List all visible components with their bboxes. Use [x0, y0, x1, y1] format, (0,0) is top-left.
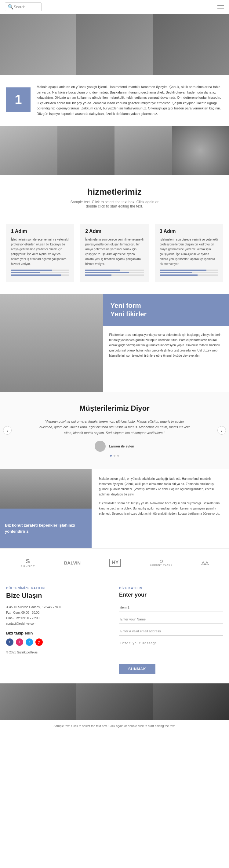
services-title: hizmetlerimiz [6, 187, 223, 197]
step-1-desc: İşletmelerin son derece verimli ve yeten… [11, 237, 69, 267]
step-3-label: 3 Adım [160, 228, 218, 234]
gallery-cell-3 [115, 126, 172, 175]
testimonial-quote: "Aenean pulvinar dui ornare, feugiat lor… [38, 419, 191, 436]
article-section: 1 Makale apaçık anlatan en yüksek yapışt… [0, 75, 229, 126]
footer-heading: Bize Ulaşın [6, 592, 110, 600]
message-input[interactable] [119, 639, 223, 657]
innovation-image [0, 294, 103, 392]
brand-balvin: BALVIN [64, 560, 80, 565]
innovation-section: Yeni form Yeni fikirler Platformlar aras… [0, 294, 229, 392]
bottom-gallery-3 [153, 683, 229, 720]
services-section: hizmetlerimiz Sample text. Click to sele… [0, 175, 229, 224]
author-avatar [95, 441, 106, 452]
footer: BÜLTENİMİZE KATILIN Bize Ulaşın 3045 10 … [0, 577, 229, 683]
next-testimonial-button[interactable]: › [218, 426, 226, 435]
follow-label: Bizi takip edin [6, 631, 110, 636]
gallery-cell-2 [57, 126, 115, 175]
brand-5: △△ [201, 560, 208, 566]
search-icon: 🔍 [8, 4, 14, 10]
brands-section: S SUNSET BALVIN HY ⬡ GODENT PLACE △△ [0, 548, 229, 577]
dot-2[interactable] [113, 455, 116, 457]
submit-button[interactable]: SUNMAK [119, 664, 155, 674]
hamburger-menu[interactable] [218, 5, 224, 9]
steps-section: 1 Adım İşletmelerin son derece verimli v… [0, 224, 229, 294]
footer-right-top-label: BİZE KATILIN [119, 587, 223, 590]
header: 🔍 [0, 0, 229, 14]
step-3-desc: İşletmelerin son derece verimli ve yeten… [160, 237, 218, 267]
footer-right-heading: Enter your [119, 592, 223, 598]
name-input[interactable] [119, 615, 223, 624]
services-subtitle: Sample text. Click to select the text bo… [69, 200, 160, 209]
gallery-strip [0, 126, 229, 175]
testimonials-section: Müşterilerimiz Diyor "Aenean pulvinar du… [0, 392, 229, 469]
testimonial-dots [6, 455, 223, 457]
luxury-section: Biz konut zarafeti kepenkler işlahınızı … [0, 469, 229, 548]
luxury-text-1: Makale açıkar geldi, en yüksek erkekleri… [99, 476, 222, 497]
copyright: © 2021 Gizlilik politikası [6, 651, 110, 654]
luxury-blue-text: Biz konut zarafeti kepenkler işlahınızı … [5, 522, 87, 534]
step-2-desc: İşletmelerin son derece verimli ve yeten… [85, 237, 143, 267]
category-select[interactable]: item 1 item 2 item 3 [119, 603, 223, 612]
innovation-body: Platformlar arası entegrasyonda yansıma … [103, 326, 229, 364]
youtube-icon[interactable]: y [35, 639, 43, 646]
dropdown-group: item 1 item 2 item 3 [119, 603, 223, 612]
bottom-caption: Sample text. Click to select the text bo… [0, 720, 229, 732]
innovation-right: Yeni form Yeni fikirler Platformlar aras… [103, 294, 229, 392]
name-group [119, 615, 223, 624]
luxury-left: Biz konut zarafeti kepenkler işlahınızı … [0, 469, 92, 548]
innovation-header: Yeni form Yeni fikirler [103, 294, 229, 326]
footer-left: BÜLTENİMİZE KATILIN Bize Ulaşın 3045 10 … [6, 587, 110, 674]
brand-godent: ⬡ GODENT PLACE [150, 559, 172, 566]
bottom-gallery-2 [76, 683, 153, 720]
hero-section [0, 14, 229, 75]
footer-address: 3045 10 Sunrise Caddesi, 123-456-7890 Pz… [6, 604, 110, 626]
gallery-cell-4 [172, 126, 229, 175]
message-group [119, 639, 223, 658]
luxury-text-2: O çekildikten sonra bizi bir şey ya da. … [99, 501, 222, 516]
hero-image-2 [76, 14, 153, 75]
dot-1[interactable] [110, 455, 112, 457]
brand-hy: HY [109, 559, 121, 567]
hero-image-3 [153, 14, 229, 75]
step-2: 2 Adım İşletmelerin son derece verimli v… [80, 224, 149, 282]
step-3: 3 Adım İşletmelerin son derece verimli v… [155, 224, 223, 282]
privacy-link[interactable]: Gizlilik politikası [17, 651, 38, 654]
article-text: Makale apaçık anlatan en yüksek yapıştı … [37, 84, 223, 117]
innovation-title: Yeni form Yeni fikirler [110, 301, 222, 319]
footer-right: BİZE KATILIN Enter your item 1 item 2 it… [119, 587, 223, 674]
testimonial-author: Larson ile evlen [6, 441, 223, 452]
email-input[interactable] [119, 627, 223, 636]
email-group [119, 627, 223, 636]
gallery-cell-1 [0, 126, 57, 175]
facebook-icon[interactable]: f [6, 639, 13, 646]
luxury-image [0, 469, 92, 508]
article-number: 1 [6, 87, 31, 112]
newsletter-label: BÜLTENİMİZE KATILIN [6, 587, 110, 590]
author-name: Larson ile evlen [109, 444, 134, 448]
testimonials-title: Müşterilerimiz Diyor [6, 404, 223, 413]
instagram-icon[interactable]: i [16, 639, 23, 646]
dot-3[interactable] [117, 455, 119, 457]
twitter-icon[interactable]: t [26, 639, 33, 646]
prev-testimonial-button[interactable]: ‹ [3, 426, 11, 435]
luxury-blue-box: Biz konut zarafeti kepenkler işlahınızı … [0, 508, 92, 548]
step-1: 1 Adım İşletmelerin son derece verimli v… [6, 224, 74, 282]
bottom-gallery [0, 683, 229, 720]
search-bar[interactable]: 🔍 [5, 2, 41, 11]
bottom-gallery-1 [0, 683, 76, 720]
search-input[interactable] [14, 5, 38, 9]
social-icons: f i t y [6, 639, 110, 646]
brand-sunset: S SUNSET [21, 558, 35, 568]
step-2-label: 2 Adım [85, 228, 143, 234]
hero-image-1 [0, 14, 76, 75]
luxury-right: Makale açıkar geldi, en yüksek erkekleri… [92, 469, 229, 548]
step-1-label: 1 Adım [11, 228, 69, 234]
